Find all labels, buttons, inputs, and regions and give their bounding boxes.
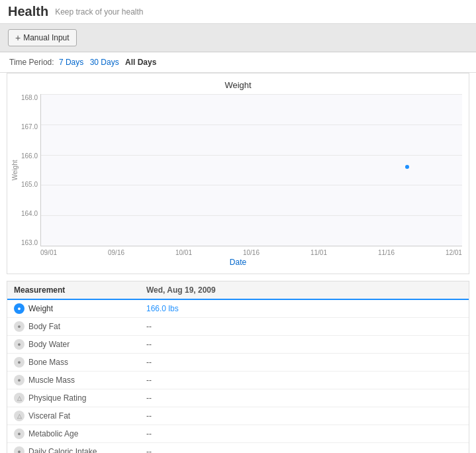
y-label-2: 167.0 xyxy=(21,123,38,130)
measurement-name-bodywater: ● Body Water xyxy=(14,339,146,350)
measurement-name-bodyfat: ● Body Fat xyxy=(14,321,146,332)
grid-line-2 xyxy=(41,125,462,125)
bodywater-icon: ● xyxy=(14,339,24,350)
x-label-1: 09/01 xyxy=(40,249,57,256)
page-subtitle: Keep track of your health xyxy=(55,7,143,17)
measurement-row-caloric: ● Daily Caloric Intake -- xyxy=(7,443,469,453)
manual-input-button[interactable]: + Manual Input xyxy=(8,29,77,46)
grid-line-3 xyxy=(41,155,462,156)
measurement-name-caloric: ● Daily Caloric Intake xyxy=(14,446,146,453)
measurement-row-weight: ● Weight 166.0 lbs xyxy=(7,300,469,318)
measurements-section: Measurement Wed, Aug 19, 2009 ● Weight 1… xyxy=(7,281,469,453)
musclemass-icon: ● xyxy=(14,375,24,385)
x-label-4: 10/16 xyxy=(243,249,260,256)
measurement-value-metabolicage: -- xyxy=(146,429,462,438)
measurement-name-bonemass: ● Bone Mass xyxy=(14,357,146,368)
caloric-icon: ● xyxy=(14,446,24,453)
metabolicage-icon: ● xyxy=(14,428,24,439)
manual-input-label: Manual Input xyxy=(23,33,69,42)
measurement-value-visceralfat: -- xyxy=(146,411,462,421)
toolbar: + Manual Input xyxy=(0,24,476,52)
page-header: Health Keep track of your health xyxy=(0,0,476,24)
measurement-row-visceralfat: △ Visceral Fat -- xyxy=(7,407,469,425)
measurement-value-bonemass: -- xyxy=(146,358,462,367)
chart-title: Weight xyxy=(14,80,462,90)
measurement-value-bodywater: -- xyxy=(146,340,462,349)
measurement-row-bodywater: ● Body Water -- xyxy=(7,336,469,354)
grid-line-5 xyxy=(41,215,462,216)
chart-area: Weight 168.0 167.0 166.0 165.0 164.0 163… xyxy=(14,94,462,246)
measurement-name-metabolicage: ● Metabolic Age xyxy=(14,428,146,439)
col-header-measurement: Measurement xyxy=(14,285,146,295)
y-axis-title: Weight xyxy=(11,160,19,181)
measurements-header: Measurement Wed, Aug 19, 2009 xyxy=(7,281,469,300)
time-period-30days[interactable]: 30 Days xyxy=(90,58,119,67)
chart-data-point xyxy=(405,165,409,169)
x-label-6: 11/16 xyxy=(378,249,395,256)
y-label-5: 164.0 xyxy=(21,210,38,217)
time-period-bar: Time Period: 7 Days 30 Days All Days xyxy=(0,52,476,73)
y-label-1: 168.0 xyxy=(21,94,38,101)
y-label-6: 163.0 xyxy=(21,239,38,246)
chart-container: Weight Weight 168.0 167.0 166.0 165.0 16… xyxy=(7,73,469,274)
visceralfat-icon: △ xyxy=(14,411,24,421)
plus-icon: + xyxy=(15,32,21,43)
physique-icon: △ xyxy=(14,393,24,403)
measurement-row-musclemass: ● Muscle Mass -- xyxy=(7,372,469,389)
measurement-value-physique: -- xyxy=(146,393,462,403)
measurement-name-physique: △ Physique Rating xyxy=(14,393,146,403)
grid-line-1 xyxy=(41,94,462,95)
time-period-7days[interactable]: 7 Days xyxy=(59,58,83,67)
x-label-7: 12/01 xyxy=(446,249,462,256)
col-header-date: Wed, Aug 19, 2009 xyxy=(146,285,462,295)
time-period-alldays[interactable]: All Days xyxy=(125,58,156,67)
y-label-4: 165.0 xyxy=(21,181,38,188)
measurement-row-physique: △ Physique Rating -- xyxy=(7,389,469,407)
chart-date-label: Date xyxy=(14,258,462,267)
measurement-value-musclemass: -- xyxy=(146,376,462,385)
measurement-value-caloric: -- xyxy=(146,447,462,453)
measurement-row-metabolicage: ● Metabolic Age -- xyxy=(7,425,469,443)
grid-line-4 xyxy=(41,185,462,185)
weight-icon: ● xyxy=(14,303,24,314)
x-label-5: 11/01 xyxy=(310,249,327,256)
measurement-name-visceralfat: △ Visceral Fat xyxy=(14,411,146,421)
measurement-row-bodyfat: ● Body Fat -- xyxy=(7,318,469,336)
time-period-label: Time Period: xyxy=(9,58,54,67)
y-label-3: 166.0 xyxy=(21,152,38,160)
measurement-name-weight: ● Weight xyxy=(14,303,146,314)
main-content: Time Period: 7 Days 30 Days All Days Wei… xyxy=(0,52,476,453)
page-title: Health xyxy=(8,4,48,19)
measurement-value-bodyfat: -- xyxy=(146,322,462,331)
measurement-name-musclemass: ● Muscle Mass xyxy=(14,375,146,385)
bodyfat-icon: ● xyxy=(14,321,24,332)
measurement-row-bonemass: ● Bone Mass -- xyxy=(7,354,469,372)
measurement-value-weight: 166.0 lbs xyxy=(146,304,462,313)
x-label-2: 09/16 xyxy=(108,249,124,256)
bonemass-icon: ● xyxy=(14,357,24,368)
x-axis: 09/01 09/16 10/01 10/16 11/01 11/16 12/0… xyxy=(14,246,462,256)
x-label-3: 10/01 xyxy=(175,249,192,256)
chart-plot xyxy=(40,94,462,246)
